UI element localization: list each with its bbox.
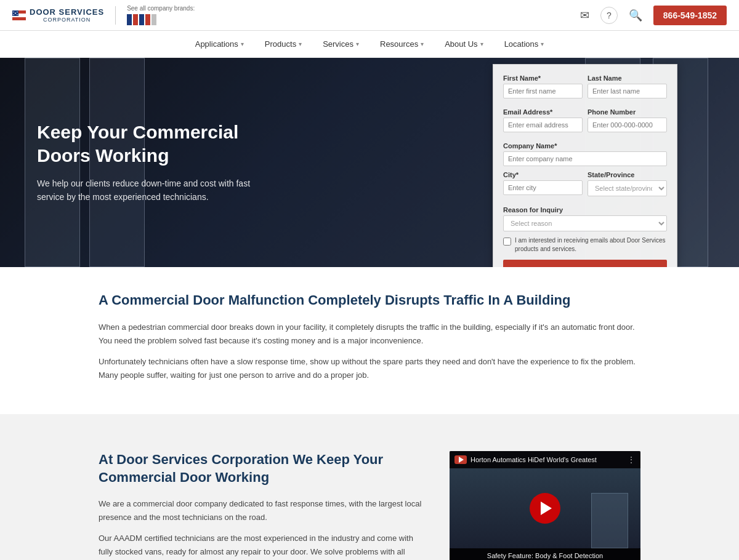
hero-section: Keep Your Commercial Doors Working We he… (0, 58, 739, 267)
top-icons: ✉ ? 🔍 866-549-1852 (576, 6, 727, 25)
email-consent-checkbox[interactable] (503, 238, 511, 246)
nav-arrow-products: ▾ (299, 41, 302, 47)
phone-button[interactable]: 866-549-1852 (653, 6, 727, 25)
email-label: Email Address* (503, 108, 583, 116)
section2-title: At Door Services Corporation We Keep You… (99, 451, 425, 486)
form-name-row: First Name* Last Name (503, 74, 667, 103)
email-consent-label: I am interested in receiving emails abou… (515, 236, 667, 254)
brand-stripe-gray (151, 14, 156, 25)
logo-name: DOOR SERVICES (30, 7, 104, 17)
form-group-company: Company Name* (503, 142, 667, 166)
nav-item-applications[interactable]: Applications ▾ (194, 37, 245, 51)
section1-para1: When a pedestrian commercial door breaks… (99, 321, 640, 348)
last-name-label: Last Name (588, 74, 667, 82)
brand-stripe-red2 (145, 14, 150, 25)
video-title: Horton Automatics HiDef World's Greatest (470, 456, 597, 463)
flag-icon (12, 10, 26, 20)
section2-para1: We are a commercial door company dedicat… (99, 497, 425, 524)
email-icon-button[interactable]: ✉ (576, 7, 593, 23)
logo-sub: CORPORATION (43, 17, 91, 23)
form-location-row: City* State/Province Select state/provin… (503, 171, 667, 201)
nav-item-services[interactable]: Services ▾ (321, 37, 360, 51)
last-name-input[interactable] (588, 84, 667, 98)
nav-item-about[interactable]: About Us ▾ (443, 37, 484, 51)
hero-content: Keep Your Commercial Doors Working We he… (37, 121, 271, 204)
nav-item-products[interactable]: Products ▾ (264, 37, 303, 51)
nav-item-locations[interactable]: Locations ▾ (503, 37, 546, 51)
form-contact-row: Email Address* Phone Number (503, 108, 667, 137)
brand-stripe-blue2 (139, 14, 144, 25)
video-more-icon: ⋮ (627, 455, 636, 465)
video-footer: Safety Feature: Body & Foot Detection (450, 548, 640, 560)
svg-point-7 (13, 14, 14, 15)
section-malfunction: A Commercial Door Malfunction Completely… (86, 267, 653, 414)
state-select[interactable]: Select state/province (588, 180, 667, 196)
form-group-phone: Phone Number (588, 108, 667, 132)
logo-text: DOOR SERVICES CORPORATION (30, 7, 104, 23)
form-group-lastname: Last Name (588, 74, 667, 98)
brand-logo (127, 14, 195, 25)
logo-area: DOOR SERVICES CORPORATION See all compan… (12, 5, 195, 25)
svg-rect-2 (12, 17, 26, 20)
first-name-label: First Name* (503, 74, 583, 82)
top-bar: DOOR SERVICES CORPORATION See all compan… (0, 0, 739, 31)
hero-title: Keep Your Commercial Doors Working (37, 121, 271, 167)
about-text-col: At Door Services Corporation We Keep You… (99, 451, 425, 560)
nav-arrow-services: ▾ (356, 41, 359, 47)
video-door-silhouette (591, 493, 628, 548)
see-brands-label: See all company brands: (127, 5, 195, 12)
svg-point-4 (15, 12, 16, 14)
brand-stripe-blue (127, 14, 132, 25)
reason-select[interactable]: Select reason (503, 215, 667, 231)
city-label: City* (503, 171, 583, 178)
two-col-layout: At Door Services Corporation We Keep You… (86, 451, 653, 560)
nav-arrow-about: ▾ (480, 41, 483, 47)
company-input[interactable] (503, 151, 667, 166)
nav-item-resources[interactable]: Resources ▾ (379, 37, 425, 51)
section-divider (0, 414, 739, 426)
nav-arrow-applications: ▾ (241, 41, 244, 47)
nav-arrow-locations: ▾ (541, 41, 544, 47)
send-button[interactable]: SEND (503, 260, 667, 267)
form-group-state: State/Province Select state/province (588, 171, 667, 196)
form-group-email: Email Address* (503, 108, 583, 132)
section-about: At Door Services Corporation We Keep You… (0, 426, 739, 560)
email-input[interactable] (503, 118, 583, 132)
form-group-firstname: First Name* (503, 74, 583, 98)
section1-para2: Unfortunately technicians often have a s… (99, 355, 640, 382)
form-group-reason: Reason for Inquiry Select reason (503, 206, 667, 231)
first-name-input[interactable] (503, 84, 583, 98)
phone-label: Phone Number (588, 108, 667, 116)
form-group-city: City* (503, 171, 583, 196)
svg-point-5 (13, 11, 14, 12)
video-thumbnail[interactable]: Horton Automatics HiDef World's Greatest… (450, 451, 640, 560)
section2-para2: Our AAADM certified technicians are the … (99, 532, 425, 560)
state-label: State/Province (588, 171, 667, 178)
company-label: Company Name* (503, 142, 667, 150)
svg-point-8 (17, 14, 18, 15)
video-body (450, 468, 640, 548)
play-button[interactable] (530, 493, 560, 524)
nav-bar: Applications ▾ Products ▾ Services ▾ Res… (0, 31, 739, 58)
brand-area: See all company brands: (127, 5, 195, 25)
help-icon-button[interactable]: ? (600, 7, 618, 24)
video-header: Horton Automatics HiDef World's Greatest… (450, 451, 640, 468)
youtube-icon (454, 455, 467, 464)
city-input[interactable] (503, 180, 583, 195)
logo-divider (115, 6, 116, 25)
logo: DOOR SERVICES CORPORATION (12, 7, 104, 23)
search-icon-button[interactable]: 🔍 (625, 7, 646, 23)
phone-input[interactable] (588, 118, 667, 132)
section1-title: A Commercial Door Malfunction Completely… (99, 292, 640, 310)
nav-arrow-resources: ▾ (421, 41, 424, 47)
hero-subtitle: We help our clients reduce down-time and… (37, 177, 271, 204)
play-triangle-icon (541, 502, 552, 515)
video-col: Horton Automatics HiDef World's Greatest… (450, 451, 640, 560)
contact-form: First Name* Last Name Email Address* Pho… (493, 64, 677, 267)
form-checkbox-row: I am interested in receiving emails abou… (503, 236, 667, 254)
youtube-play-icon (459, 457, 464, 463)
brand-stripe-red (133, 14, 138, 25)
reason-label: Reason for Inquiry (503, 206, 667, 214)
svg-point-6 (17, 11, 18, 12)
